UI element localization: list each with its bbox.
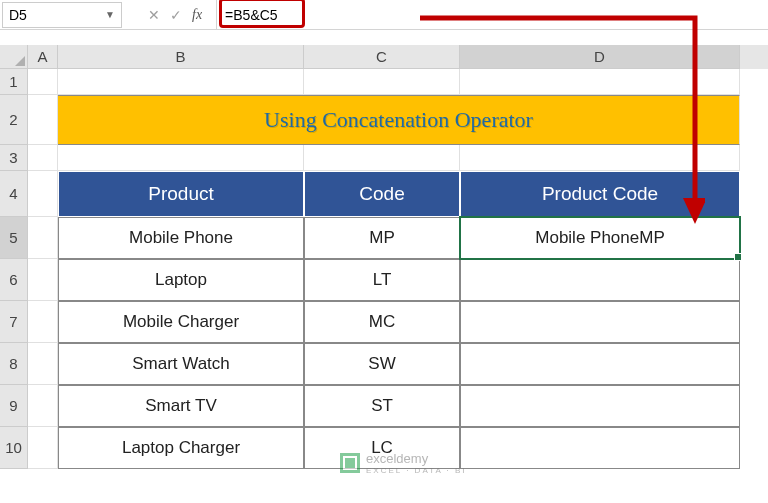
column-header-a[interactable]: A [28,45,58,69]
cell-b1[interactable] [58,69,304,95]
row-2: 2 Using Concatenation Operator [0,95,768,145]
watermark-logo-icon [340,453,360,473]
cell-c3[interactable] [304,145,460,171]
cell-d6[interactable] [460,259,740,301]
cell-c6[interactable]: LT [304,259,460,301]
row-8: 8 Smart Watch SW [0,343,768,385]
row-9: 9 Smart TV ST [0,385,768,427]
row-5: 5 Mobile Phone MP Mobile PhoneMP [0,217,768,259]
row-3: 3 [0,145,768,171]
row-header-4[interactable]: 4 [0,171,28,217]
spreadsheet-grid: A B C D 1 2 Using Concatenation Operator… [0,45,768,503]
cell-d8[interactable] [460,343,740,385]
cell-b8[interactable]: Smart Watch [58,343,304,385]
header-product[interactable]: Product [58,171,304,217]
cell-b7[interactable]: Mobile Charger [58,301,304,343]
cell-c1[interactable] [304,69,460,95]
cancel-icon[interactable]: ✕ [148,7,160,23]
row-4: 4 Product Code Product Code [0,171,768,217]
cell-a7[interactable] [28,301,58,343]
row-header-9[interactable]: 9 [0,385,28,427]
cell-d5[interactable]: Mobile PhoneMP [460,217,740,259]
cell-a6[interactable] [28,259,58,301]
fx-icon[interactable]: fx [192,7,202,23]
cell-a9[interactable] [28,385,58,427]
header-product-code[interactable]: Product Code [460,171,740,217]
cell-c9[interactable]: ST [304,385,460,427]
confirm-icon[interactable]: ✓ [170,7,182,23]
cell-a8[interactable] [28,343,58,385]
header-code[interactable]: Code [304,171,460,217]
name-box[interactable]: D5 ▼ [2,2,122,28]
row-header-3[interactable]: 3 [0,145,28,171]
row-header-5[interactable]: 5 [0,217,28,259]
formula-bar: D5 ▼ ✕ ✓ fx =B5&C5 [0,0,768,30]
cell-d10[interactable] [460,427,740,469]
cell-c5[interactable]: MP [304,217,460,259]
cell-a4[interactable] [28,171,58,217]
name-box-value: D5 [9,7,27,23]
cell-b5[interactable]: Mobile Phone [58,217,304,259]
row-header-10[interactable]: 10 [0,427,28,469]
column-headers: A B C D [0,45,768,69]
cell-a3[interactable] [28,145,58,171]
name-box-dropdown-icon[interactable]: ▼ [105,9,115,20]
cell-a5[interactable] [28,217,58,259]
row-1: 1 [0,69,768,95]
title-cell[interactable]: Using Concatenation Operator [58,95,740,145]
cell-d7[interactable] [460,301,740,343]
row-6: 6 Laptop LT [0,259,768,301]
row-header-7[interactable]: 7 [0,301,28,343]
watermark-sub: EXCEL · DATA · BI [366,466,467,475]
formula-bar-buttons: ✕ ✓ fx [134,0,217,29]
cell-a2[interactable] [28,95,58,145]
cell-c7[interactable]: MC [304,301,460,343]
cell-b6[interactable]: Laptop [58,259,304,301]
row-header-6[interactable]: 6 [0,259,28,301]
column-header-c[interactable]: C [304,45,460,69]
cell-c8[interactable]: SW [304,343,460,385]
row-7: 7 Mobile Charger MC [0,301,768,343]
column-header-d[interactable]: D [460,45,740,69]
cell-d3[interactable] [460,145,740,171]
cell-d1[interactable] [460,69,740,95]
cell-d9[interactable] [460,385,740,427]
row-header-1[interactable]: 1 [0,69,28,95]
formula-highlight-annotation [219,0,305,28]
watermark: exceldemy EXCEL · DATA · BI [340,451,467,475]
rows: 1 2 Using Concatenation Operator 3 4 Pro… [0,69,768,469]
row-header-8[interactable]: 8 [0,343,28,385]
cell-b10[interactable]: Laptop Charger [58,427,304,469]
select-all-button[interactable] [0,45,28,69]
row-header-2[interactable]: 2 [0,95,28,145]
watermark-name: exceldemy [366,451,428,466]
cell-b3[interactable] [58,145,304,171]
cell-a10[interactable] [28,427,58,469]
cell-b9[interactable]: Smart TV [58,385,304,427]
formula-input[interactable]: =B5&C5 [217,0,768,29]
column-header-b[interactable]: B [58,45,304,69]
cell-a1[interactable] [28,69,58,95]
